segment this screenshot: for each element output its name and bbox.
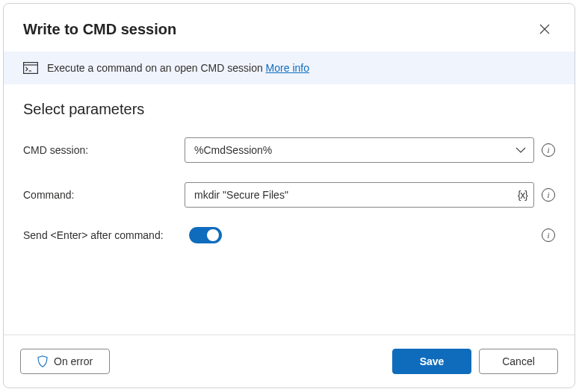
- save-button[interactable]: Save: [392, 349, 471, 374]
- label-cmd-session: CMD session:: [23, 144, 185, 156]
- toggle-knob: [207, 229, 219, 241]
- label-command: Command:: [23, 189, 185, 201]
- variable-picker-icon[interactable]: {x}: [518, 189, 527, 201]
- cmd-session-value: %CmdSession%: [194, 144, 272, 156]
- cmd-session-select[interactable]: %CmdSession%: [185, 137, 534, 163]
- command-input-wrap: {x}: [185, 182, 534, 208]
- dialog-write-cmd-session: Write to CMD session Execute a command o…: [3, 3, 575, 388]
- row-command: Command: {x} i: [23, 182, 555, 208]
- more-info-link[interactable]: More info: [266, 62, 309, 74]
- row-send-enter: Send <Enter> after command: i: [23, 227, 555, 243]
- close-icon: [539, 24, 550, 34]
- cancel-button[interactable]: Cancel: [479, 349, 558, 374]
- shield-icon: [37, 355, 48, 367]
- control-command: {x} i: [185, 182, 555, 208]
- send-enter-toggle[interactable]: [189, 227, 222, 243]
- svg-rect-0: [24, 63, 38, 74]
- close-button[interactable]: [533, 17, 557, 41]
- cancel-label: Cancel: [502, 355, 535, 367]
- dialog-header: Write to CMD session: [4, 4, 575, 52]
- on-error-label: On error: [54, 355, 93, 367]
- control-cmd-session: %CmdSession% i: [185, 137, 555, 163]
- control-send-enter: i: [189, 227, 555, 243]
- label-send-enter: Send <Enter> after command:: [23, 229, 189, 241]
- section-title: Select parameters: [23, 101, 555, 118]
- banner-text-content: Execute a command on an open CMD session: [47, 62, 266, 74]
- info-button-cmd-session[interactable]: i: [542, 143, 555, 157]
- dialog-footer: On error Save Cancel: [4, 335, 575, 388]
- dialog-title: Write to CMD session: [23, 21, 176, 38]
- info-button-command[interactable]: i: [542, 188, 555, 202]
- command-input[interactable]: [194, 189, 507, 201]
- info-banner: Execute a command on an open CMD session…: [4, 52, 575, 84]
- chevron-down-icon: [515, 147, 526, 153]
- save-label: Save: [420, 355, 445, 367]
- dialog-content: Select parameters CMD session: %CmdSessi…: [4, 84, 575, 335]
- on-error-button[interactable]: On error: [20, 349, 110, 374]
- banner-text: Execute a command on an open CMD session…: [47, 62, 309, 74]
- cmd-icon: [23, 62, 38, 74]
- row-cmd-session: CMD session: %CmdSession% i: [23, 137, 555, 163]
- info-button-send-enter[interactable]: i: [542, 228, 555, 242]
